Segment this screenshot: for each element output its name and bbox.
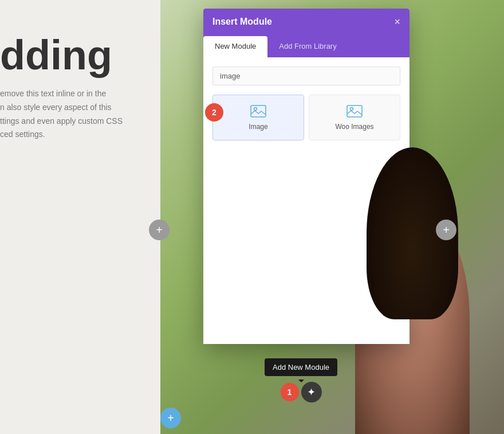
svg-rect-2 xyxy=(347,105,362,117)
modal-tabs: New Module Add From Library xyxy=(203,35,410,57)
page-body: emove this text inline or in the n also … xyxy=(0,87,123,142)
module-item-woo-images[interactable]: Woo Images xyxy=(309,95,400,140)
step-1-badge: 1 xyxy=(281,383,299,401)
module-grid: Image Woo Images xyxy=(212,95,400,140)
page-text-area: dding emove this text inline or in the n… xyxy=(0,34,123,142)
add-new-module-tooltip: Add New Module xyxy=(265,358,337,376)
image-icon xyxy=(249,104,267,118)
module-woo-images-label: Woo Images xyxy=(335,123,373,131)
plus-button-bottom[interactable]: + xyxy=(160,408,181,428)
modal-header: Insert Module × xyxy=(203,9,410,35)
svg-rect-0 xyxy=(251,105,266,117)
modal-close-button[interactable]: × xyxy=(394,17,400,27)
add-module-plus-icon: ✦ xyxy=(307,386,316,398)
body-line-1: emove this text inline or in the xyxy=(0,87,123,101)
step-2-badge: 2 xyxy=(205,103,223,122)
modal-title: Insert Module xyxy=(212,17,272,27)
module-image-label: Image xyxy=(249,123,267,131)
tab-new-module[interactable]: New Module xyxy=(203,36,267,57)
woo-images-icon xyxy=(345,104,364,118)
plus-button-left[interactable]: + xyxy=(149,220,170,240)
svg-point-3 xyxy=(351,108,353,111)
body-line-4: ced settings. xyxy=(0,128,123,142)
module-search-input[interactable] xyxy=(212,67,400,85)
module-item-image[interactable]: Image xyxy=(212,95,304,140)
body-line-2: n also style every aspect of this xyxy=(0,101,123,115)
body-line-3: ttings and even apply custom CSS xyxy=(0,115,123,128)
add-module-button[interactable]: ✦ xyxy=(301,382,322,402)
tooltip-container: Add New Module xyxy=(265,358,337,380)
bottom-action-area: Add New Module 1 ✦ xyxy=(265,358,337,402)
plus-button-right[interactable]: + xyxy=(436,220,456,240)
tab-add-from-library[interactable]: Add From Library xyxy=(267,35,348,57)
svg-point-1 xyxy=(254,108,257,111)
page-title: dding xyxy=(0,34,123,76)
